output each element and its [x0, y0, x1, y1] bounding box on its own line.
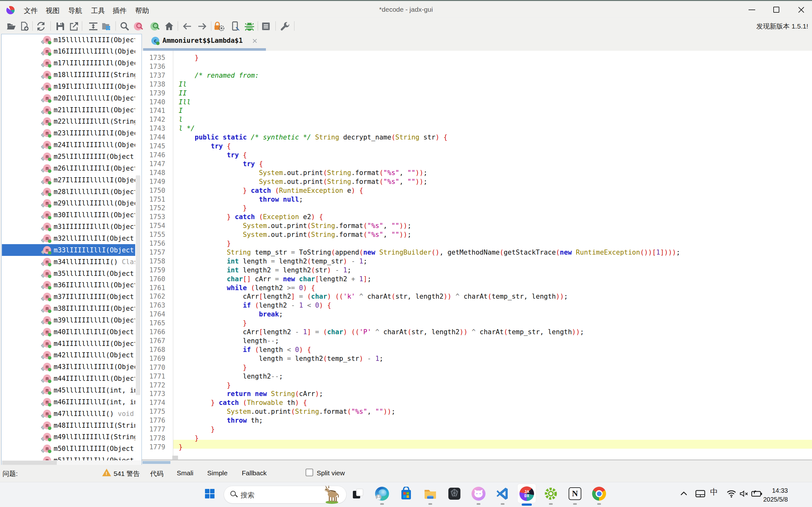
search-icon[interactable]: [118, 19, 132, 33]
method-list-item[interactable]: mm27IlIIIIlllllI(Object, Object): [2, 174, 135, 186]
menu-item-3[interactable]: 导航: [66, 5, 84, 16]
touchpad-icon[interactable]: [695, 489, 705, 498]
code-line-1752: 1752 }: [142, 204, 812, 213]
method-list-item[interactable]: mm37IIlIIlIIII(Object, Object): [2, 291, 135, 303]
method-list-item[interactable]: mm42llIlIIllll(Object, Object): [2, 349, 135, 361]
reload-icon[interactable]: [34, 19, 48, 33]
method-list-item[interactable]: mm18llIIIIIlIII(String, Object): [2, 69, 135, 81]
method-list-item[interactable]: mm45lllIlIllII(int, int): [2, 385, 135, 396]
method-list-item[interactable]: mm16IIIIlllIIIll(Object, Object): [2, 46, 135, 57]
tab-close-icon[interactable]: [252, 38, 258, 44]
add-files-icon[interactable]: [17, 19, 32, 33]
method-list-item[interactable]: mm34lllIIlIIIlI() Class: [2, 256, 135, 268]
view-tab-code[interactable]: 代码: [150, 469, 163, 478]
taskbar-clock[interactable]: 14:33 2025/5/8: [763, 486, 788, 504]
taskbar-search[interactable]: 搜索: [224, 486, 347, 504]
method-list-item[interactable]: mm46IIlIIIlllI(int, int): [2, 396, 135, 408]
method-list-item[interactable]: mm33lIIIIlIllI(Object, Object): [2, 244, 135, 256]
game-app-icon[interactable]: [447, 486, 462, 501]
device-icon[interactable]: [229, 19, 243, 33]
edge-icon[interactable]: [374, 486, 390, 501]
method-list-item[interactable]: mm21lIIlIIIlIIl(Object, Object): [2, 104, 135, 116]
method-list-item[interactable]: mm25lIIlIIIIII(Object, Object): [2, 151, 135, 163]
menu-item-4[interactable]: 工具: [89, 5, 107, 16]
method-list-item[interactable]: mm38IIlIIlIlIII(Object, Object): [2, 303, 135, 315]
method-list-item[interactable]: mm31IIIIIIIllIl(Object, Object): [2, 221, 135, 233]
text-search-icon[interactable]: [132, 19, 146, 33]
log-viewer-icon[interactable]: [259, 19, 273, 33]
method-list-item[interactable]: mm22lllIIIIllIl(String, Object): [2, 116, 135, 127]
close-button[interactable]: [793, 4, 808, 15]
start-button[interactable]: [202, 486, 217, 501]
method-list-item[interactable]: mm29lllIllIIIlll(Object, Object): [2, 198, 135, 209]
back-icon[interactable]: [180, 19, 194, 33]
file-explorer-icon[interactable]: [423, 486, 438, 501]
export-icon[interactable]: [67, 19, 81, 33]
method-list-item[interactable]: mm35lllIlIlIIl(Object, Object): [2, 268, 135, 279]
method-list-item[interactable]: mm17lIIlIIIIIlIl(Object, Object): [2, 57, 135, 69]
method-list-item[interactable]: mm26lIIlIlIIIlI(Object, Object): [2, 162, 135, 174]
menu-item-1[interactable]: 文件: [22, 5, 40, 16]
sync-editor-icon[interactable]: [86, 19, 100, 33]
minimize-button[interactable]: [745, 4, 759, 15]
openwrt-icon[interactable]: [543, 486, 558, 501]
store-icon[interactable]: [399, 486, 414, 501]
volume-muted-icon[interactable]: [739, 489, 749, 498]
method-list-item[interactable]: mm20IllIlIllllI(Object, Object): [2, 92, 135, 104]
cat-app-icon[interactable]: [471, 486, 486, 501]
update-notice[interactable]: 发现新版本 1.5.1!: [757, 22, 808, 31]
method-list-item[interactable]: mm36IIlIlllIIll(Object, Object): [2, 279, 135, 291]
method-list-item[interactable]: mm41IIIllllllII(Object, Object): [2, 338, 135, 349]
open-file-icon[interactable]: [4, 19, 18, 33]
method-list-item[interactable]: mm48IIllIIlIIIlI(String): [2, 419, 135, 431]
split-view-checkbox[interactable]: [306, 469, 313, 476]
flat-packages-icon[interactable]: [99, 19, 113, 33]
chrome-icon[interactable]: [592, 486, 607, 501]
main-activity-icon[interactable]: [162, 19, 176, 33]
method-list-item[interactable]: mm23lIIIIIllIIlI(Object, Object): [2, 127, 135, 139]
method-list-item[interactable]: mm47llIIlllllI() void: [2, 408, 135, 419]
method-list-item[interactable]: mm49llIlIIIIllI(String): [2, 431, 135, 443]
preferences-icon[interactable]: [278, 19, 292, 33]
method-list-item[interactable]: mm24IlIIlIIIIlll(Object, Object): [2, 139, 135, 151]
menu-item-6[interactable]: 帮助: [133, 5, 151, 16]
method-icon: m: [43, 176, 51, 184]
wifi-icon[interactable]: [726, 489, 737, 498]
search-highlight-donkey-image[interactable]: [322, 484, 342, 504]
vscode-icon[interactable]: [495, 486, 510, 501]
forward-icon[interactable]: [195, 19, 209, 33]
tab-ammoniuret-lambda[interactable]: Ammoniuret$$Lambda$1: [162, 37, 243, 44]
menu-item-5[interactable]: 插件: [111, 5, 129, 16]
system-tray: 中 14:33 2025/5/8: [673, 482, 812, 507]
sidebar-vertical-scrollbar[interactable]: [136, 175, 140, 395]
code-editor[interactable]: 1735 }17361737 /* renamed from:1738Il173…: [142, 51, 812, 459]
method-list-item[interactable]: mm43IlIIlllIIIlI(Object, Object): [2, 361, 135, 373]
method-list-item[interactable]: mm28lIlllllIlIl(Object, Object): [2, 186, 135, 198]
view-tab-fallback[interactable]: Fallback: [242, 469, 266, 477]
method-list-item[interactable]: mm44IIIllIIllIl(Object, Object): [2, 373, 135, 385]
editor-horizontal-scrollbar[interactable]: [143, 461, 170, 464]
method-icon: m: [43, 445, 51, 453]
method-list-item[interactable]: mm40IlIllIlIlI(Object, Object): [2, 326, 135, 338]
menu-item-2[interactable]: 视图: [44, 5, 61, 16]
deobfuscation-icon[interactable]: [212, 19, 226, 33]
method-list-item[interactable]: mm50lIlIIlIIII(Object, Object): [2, 443, 135, 455]
battery-icon[interactable]: [751, 489, 762, 498]
method-list-item[interactable]: mm30IlIllllIIIl(Object, Object): [2, 209, 135, 221]
save-all-icon[interactable]: [53, 19, 67, 33]
notion-icon[interactable]: N: [567, 486, 582, 501]
maximize-button[interactable]: [769, 4, 784, 15]
view-tab-simple[interactable]: Simple: [207, 469, 227, 477]
task-view-button[interactable]: [350, 486, 365, 501]
ime-indicator[interactable]: 中: [710, 487, 718, 497]
view-tab-smali[interactable]: Smali: [177, 469, 194, 477]
debugger-icon[interactable]: [243, 19, 256, 33]
tray-expand-icon[interactable]: [679, 489, 688, 498]
code-line-1768: 1768 if (length < 0) {: [142, 346, 812, 354]
jadx-icon[interactable]: JADX: [519, 486, 535, 501]
method-list-item[interactable]: mm32lllIIllIlI(Object, Object): [2, 232, 135, 244]
method-list-item[interactable]: mm15llllllIlIII(Object, Object): [2, 34, 135, 46]
class-search-icon[interactable]: [148, 19, 162, 33]
method-list-item[interactable]: mm19IlIIlIIllIII(Object, Object): [2, 80, 135, 92]
method-list-item[interactable]: mm39llIIIIlllIl(Object, Object): [2, 314, 135, 326]
